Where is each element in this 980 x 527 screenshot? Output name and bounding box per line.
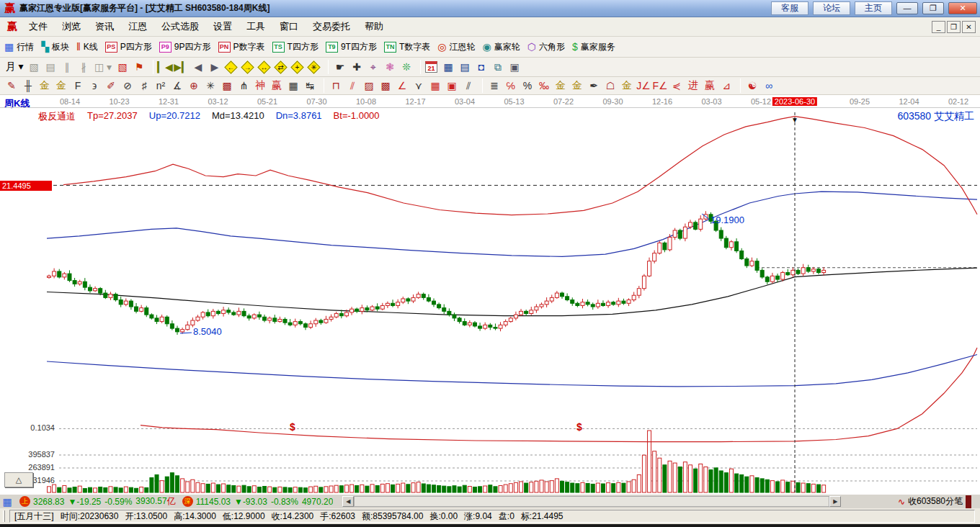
scroll-left-button[interactable]: ◀ (342, 496, 354, 507)
ying-icon[interactable]: 赢 (270, 78, 284, 93)
crosshair-icon[interactable]: ✚ (349, 60, 364, 74)
homepage-button[interactable]: 主页 (855, 1, 892, 15)
percent-icon[interactable]: % (520, 78, 535, 93)
bars-small-icon[interactable]: ∥ (60, 60, 74, 74)
speed-line-icon[interactable]: ⋞ (669, 78, 684, 93)
shen-icon[interactable]: 神 (253, 78, 267, 93)
grid-red2-icon[interactable]: ▣ (445, 78, 459, 93)
n2-icon[interactable]: n² (153, 78, 168, 93)
t-number-button[interactable]: TNT数字表 (384, 41, 430, 53)
flag-icon[interactable]: ⚑ (132, 60, 146, 74)
menu-江恩[interactable]: 江恩 (121, 18, 154, 35)
j-angle-icon[interactable]: J∠ (636, 78, 651, 93)
angle-icon[interactable]: ∡ (170, 78, 184, 93)
quotes-button[interactable]: ▦行情 (4, 41, 34, 53)
ying2-icon[interactable]: 赢 (703, 78, 717, 93)
draw-pen-icon[interactable]: ✎ (4, 78, 19, 93)
restore-button[interactable]: ❐ (922, 2, 944, 14)
shift-left-icon[interactable]: ← (224, 60, 238, 74)
compress-all-icon[interactable]: ✳ (307, 60, 321, 74)
four-angle-icon[interactable]: ⊿ (719, 78, 734, 93)
hexagon-button[interactable]: ⬡六角形 (527, 41, 565, 53)
compress-h-icon[interactable]: ⇄ (274, 60, 288, 74)
expand-pane-button[interactable]: △ (4, 472, 33, 487)
menu-公式选股[interactable]: 公式选股 (154, 18, 206, 35)
drag-hand-icon[interactable]: ☛ (333, 60, 347, 74)
spiral-icon[interactable]: ϶ (87, 78, 102, 93)
forum-button[interactable]: 论坛 (813, 1, 850, 15)
menu-浏览[interactable]: 浏览 (55, 18, 88, 35)
style-icon[interactable]: ▧ (27, 60, 41, 74)
9t-square-button[interactable]: T99T四方形 (326, 41, 377, 53)
mdi-close-button[interactable]: ✕ (962, 21, 976, 33)
fork-icon[interactable]: ⋔ (236, 78, 251, 93)
prev-icon[interactable]: ◀ (191, 60, 205, 74)
smart-green-icon[interactable]: ❊ (399, 60, 414, 74)
expand-h-icon[interactable]: ↔ (257, 60, 271, 74)
gold-angle-icon[interactable]: 金 (620, 78, 634, 93)
levels-icon[interactable]: ≣ (487, 78, 502, 93)
box-open-icon[interactable]: ⊓ (329, 78, 343, 93)
f-angle-icon[interactable]: F∠ (653, 78, 667, 93)
measure-icon[interactable]: ⌖ (366, 60, 380, 74)
save-icon[interactable]: ◘ (474, 60, 489, 74)
menu-文件[interactable]: 文件 (22, 18, 55, 35)
period-dropdown[interactable]: 月 ▾ (4, 60, 24, 74)
wave-icon[interactable]: ⋎ (411, 78, 426, 93)
permille-icon[interactable]: ‰ (537, 78, 551, 93)
winner-service-button[interactable]: $赢家服务 (572, 41, 615, 53)
p-number-button[interactable]: PNP数字表 (218, 41, 265, 53)
grid-tool-icon[interactable]: ╫ (21, 78, 35, 93)
pattern-icon[interactable]: ▧ (115, 60, 130, 74)
kline-button[interactable]: ‖K线 (76, 41, 98, 53)
quote-grid-icon[interactable]: ▦ (0, 495, 14, 509)
percent-line-icon[interactable]: ℅ (504, 78, 518, 93)
chart-h-scrollbar[interactable]: ◀ ▶ (342, 496, 841, 507)
shift-right-icon[interactable]: → (241, 60, 254, 74)
close-button[interactable]: ✕ (948, 2, 977, 14)
customer-service-button[interactable]: 客服 (771, 1, 808, 15)
menu-窗口[interactable]: 窗口 (272, 18, 306, 35)
notepad-icon[interactable]: ▤ (458, 60, 472, 74)
grid-red-icon[interactable]: ▦ (428, 78, 442, 93)
hash-icon[interactable]: ♯ (137, 78, 151, 93)
9p-square-button[interactable]: P99P四方形 (159, 41, 211, 53)
menu-设置[interactable]: 设置 (206, 18, 239, 35)
winner-wheel-button[interactable]: ◉赢家轮 (482, 41, 520, 53)
calculator-icon[interactable]: ▦ (441, 60, 455, 74)
menu-工具[interactable]: 工具 (239, 18, 272, 35)
brush-icon[interactable]: ✒ (587, 78, 601, 93)
box-x-icon[interactable]: ▨ (362, 78, 376, 93)
minimize-button[interactable]: — (896, 2, 918, 14)
sectors-button[interactable]: ▚板块 (41, 41, 69, 53)
advance-icon[interactable]: 进 (686, 78, 700, 93)
menu-交易委托[interactable]: 交易委托 (306, 18, 357, 35)
t-square-button[interactable]: TST四方形 (272, 41, 318, 53)
menu-资讯[interactable]: 资讯 (88, 18, 121, 35)
first-page-icon[interactable]: ▎◀ (158, 60, 172, 74)
share-icon[interactable]: ⧉ (491, 60, 505, 74)
star-grid-icon[interactable]: ✳ (203, 78, 218, 93)
next-icon[interactable]: ▶ (208, 60, 222, 74)
info-icon[interactable]: ▤ (43, 60, 58, 74)
infinity-icon[interactable]: ∞ (762, 78, 776, 93)
menu-帮助[interactable]: 帮助 (357, 18, 391, 35)
ruler-grid-icon[interactable]: ▦ (286, 78, 300, 93)
box-star-icon[interactable]: ▩ (220, 78, 234, 93)
awave-icon[interactable]: ☖ (603, 78, 618, 93)
candle-style-dropdown[interactable]: ◫ ▾ (93, 60, 113, 74)
angle2-icon[interactable]: ∠ (395, 78, 409, 93)
compass-icon[interactable]: ⊕ (187, 78, 201, 93)
scrollbar-track[interactable] (354, 496, 829, 507)
smart-pink-icon[interactable]: ❃ (383, 60, 397, 74)
last-page-icon[interactable]: ▶▎ (174, 60, 189, 74)
h-measure-icon[interactable]: ↹ (303, 78, 317, 93)
expand-all-icon[interactable]: + (290, 60, 304, 74)
yinyang-icon[interactable]: ☯ (745, 78, 760, 93)
mdi-minimize-button[interactable]: _ (932, 21, 945, 33)
rays-icon[interactable]: ⫽ (345, 78, 360, 93)
calendar-icon[interactable]: 21 (425, 61, 437, 73)
pen2-icon[interactable]: ✐ (104, 78, 118, 93)
circle-slash-icon[interactable]: ⊘ (120, 78, 135, 93)
bars-small2-icon[interactable]: ∦ (76, 60, 91, 74)
